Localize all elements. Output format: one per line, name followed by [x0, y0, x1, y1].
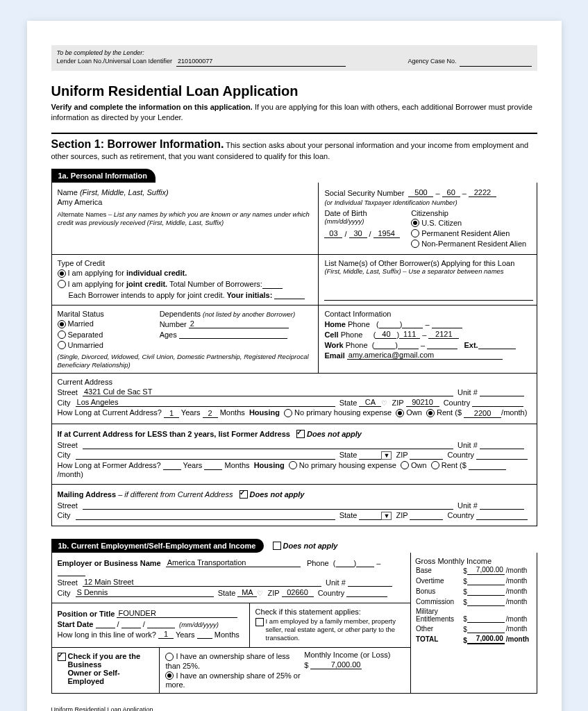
former-street-label: Street: [58, 441, 78, 449]
mail-unit-field[interactable]: [480, 501, 524, 510]
start-yyyy[interactable]: [147, 619, 175, 628]
radio-rent[interactable]: [426, 409, 435, 417]
other-borrowers-field[interactable]: [324, 292, 533, 301]
gross-comm-field[interactable]: [467, 597, 505, 606]
start-dd[interactable]: [121, 619, 141, 628]
zip-field[interactable]: 90210: [406, 398, 439, 407]
gross-ot-field[interactable]: [467, 576, 505, 585]
work-phone-pre[interactable]: [398, 340, 419, 349]
home-phone-area[interactable]: [379, 319, 400, 328]
checkbox-1b-dna[interactable]: [273, 542, 281, 550]
employer-field[interactable]: America Transportation: [166, 558, 301, 567]
emp-street-field[interactable]: 12 Main Street: [83, 578, 321, 587]
radio-share-lt25[interactable]: [165, 653, 174, 661]
radio-perm-resident[interactable]: [411, 229, 419, 237]
former-country-field[interactable]: [476, 451, 528, 460]
former-rent-field[interactable]: [469, 461, 506, 470]
emp-phone-area[interactable]: [336, 558, 354, 567]
linework-years[interactable]: 1: [158, 630, 174, 639]
unit-field[interactable]: [480, 387, 524, 396]
dob-dd[interactable]: 30: [349, 229, 367, 238]
ssn-field-2[interactable]: 60: [442, 188, 460, 197]
radio-former-own[interactable]: [401, 461, 409, 469]
home-phone-pre[interactable]: [402, 319, 423, 328]
former-unit-field[interactable]: [480, 440, 524, 449]
home-phone-line[interactable]: [432, 319, 462, 328]
gross-mil-field[interactable]: [467, 614, 505, 623]
emp-phone-pre[interactable]: [356, 558, 374, 567]
position-field[interactable]: FOUNDER: [117, 609, 237, 618]
radio-joint-credit[interactable]: [58, 280, 66, 288]
mail-street-field[interactable]: [83, 501, 453, 510]
emp-zip-field[interactable]: 02660: [282, 588, 314, 597]
dob-yyyy[interactable]: 1954: [373, 229, 400, 238]
start-mm[interactable]: [96, 619, 115, 628]
former-state-field[interactable]: [359, 451, 381, 460]
radio-separated[interactable]: [58, 331, 66, 339]
mail-country-field[interactable]: [476, 511, 528, 520]
num-borrowers-field[interactable]: [262, 280, 283, 289]
ssn-field-3[interactable]: 2222: [469, 188, 496, 197]
gross-other-field[interactable]: [467, 624, 505, 633]
checkbox-family-member[interactable]: [255, 618, 264, 626]
radio-nonperm-resident[interactable]: [411, 240, 419, 248]
country-field[interactable]: [472, 398, 523, 407]
ssn-field-1[interactable]: 500: [408, 188, 433, 197]
state-field[interactable]: CA: [359, 398, 381, 407]
email-field[interactable]: amy.america@gmail.com: [347, 351, 503, 360]
emp-city-field[interactable]: S Dennis: [76, 588, 214, 597]
lender-loan-field[interactable]: 2101000077: [176, 58, 346, 67]
gross-total-field[interactable]: 7,000.00: [467, 635, 505, 644]
radio-unmarried[interactable]: [58, 341, 66, 349]
gross-income-head: Gross Monthly Income: [415, 557, 532, 565]
radio-former-no-expense[interactable]: [289, 461, 297, 469]
former-street-field[interactable]: [83, 440, 453, 449]
dep-number-field[interactable]: 2: [189, 319, 289, 328]
radio-us-citizen[interactable]: [411, 219, 419, 227]
radio-former-rent[interactable]: [431, 461, 439, 469]
dropdown-icon[interactable]: ▼: [381, 451, 392, 460]
emp-unit-field[interactable]: [348, 578, 392, 587]
mail-city-field[interactable]: [76, 511, 335, 520]
checkbox-business-owner[interactable]: [58, 653, 66, 661]
dropdown-icon[interactable]: ▼: [381, 512, 392, 520]
radio-no-housing-expense[interactable]: [284, 409, 292, 417]
rent-amount-field[interactable]: 2200: [464, 409, 501, 418]
cell-phone-line[interactable]: 2121: [428, 330, 459, 339]
dob-mm[interactable]: 03: [324, 229, 342, 238]
mail-zip-field[interactable]: [410, 511, 443, 520]
initials-field[interactable]: [274, 290, 305, 299]
radio-married[interactable]: [58, 320, 66, 328]
city-field[interactable]: Los Angeles: [76, 398, 335, 407]
linework-months[interactable]: [197, 630, 212, 639]
radio-own[interactable]: [396, 409, 404, 417]
dep-ages-field[interactable]: [179, 330, 287, 339]
mail-state-field[interactable]: [359, 511, 381, 520]
former-months-field[interactable]: [204, 461, 222, 470]
emp-state-field[interactable]: MA: [237, 588, 257, 597]
ext-field[interactable]: [478, 340, 516, 349]
name-value[interactable]: Amy America: [58, 198, 313, 206]
monthly-income-field[interactable]: 7,000.00: [310, 660, 362, 669]
agency-case-field[interactable]: [460, 58, 532, 67]
emp-country-field[interactable]: [346, 588, 387, 597]
cell-phone-area[interactable]: 40: [376, 330, 396, 339]
gross-base-field[interactable]: 7,000.00: [467, 566, 505, 575]
checkbox-former-dna[interactable]: [296, 430, 305, 438]
former-years-field[interactable]: [163, 461, 181, 470]
cell-phone-pre[interactable]: 111: [399, 330, 420, 339]
tab-1b: 1b. Current Employment/Self-Employment a…: [51, 539, 264, 553]
former-city-field[interactable]: [76, 451, 335, 460]
heart-icon: ♡: [381, 399, 387, 407]
checkbox-mailing-dna[interactable]: [240, 490, 248, 499]
work-phone-line[interactable]: [427, 340, 457, 349]
emp-phone-line[interactable]: [58, 567, 85, 576]
radio-individual-credit[interactable]: [58, 269, 66, 278]
months-field[interactable]: 2: [203, 409, 218, 418]
radio-share-ge25[interactable]: [165, 671, 174, 680]
years-field[interactable]: 1: [164, 409, 179, 418]
street-field[interactable]: 4321 Cul de Sac ST: [83, 387, 453, 396]
gross-bonus-field[interactable]: [467, 587, 505, 596]
work-phone-area[interactable]: [374, 340, 395, 349]
former-zip-field[interactable]: [410, 451, 443, 460]
